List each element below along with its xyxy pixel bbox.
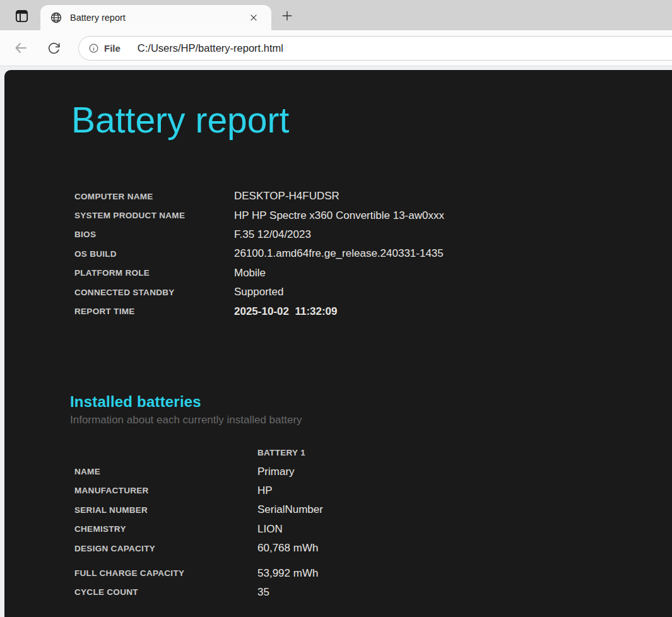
tab-title: Battery report [70,13,245,23]
row-value: Primary [257,466,323,478]
row-label: DESIGN CAPACITY [74,544,257,553]
row-value: LION [257,523,323,536]
browser-tab[interactable]: Battery report [40,5,271,30]
url-scheme-label: File [104,43,121,54]
system-info-table: COMPUTER NAME DESKTOP-H4FUDSR SYSTEM PRO… [74,187,444,321]
refresh-icon [47,42,61,55]
row-label: COMPUTER NAME [74,192,234,201]
row-label: REPORT TIME [74,307,234,316]
row-label: MANUFACTURER [74,486,257,495]
row-value: HP [257,485,323,497]
row-value: Supported [234,286,444,298]
row-label: SERIAL NUMBER [74,505,257,515]
row-value: Mobile [234,267,444,279]
installed-batteries-section: Installed batteries Information about ea… [70,393,323,602]
row-label: CHEMISTRY [74,524,257,534]
plus-icon [281,9,293,22]
row-label: NAME [74,467,257,476]
page-frame: Battery report COMPUTER NAME DESKTOP-H4F… [0,66,672,617]
tab-actions-menu-button[interactable] [9,6,34,26]
battery-column-header: BATTERY 1 [257,448,323,457]
battery-table-secondary: FULL CHARGE CAPACITY 53,992 mWh CYCLE CO… [74,563,323,602]
row-value: 53,992 mWh [257,567,323,580]
row-label: OS BUILD [74,249,234,259]
row-value: SerialNumber [257,503,323,516]
tab-strip: Battery report [0,0,672,30]
section-heading: Installed batteries [70,393,323,411]
row-value: DESKTOP-H4FUDSR [234,190,444,203]
tab-close-button[interactable] [245,9,262,26]
section-subtitle: Information about each currently install… [70,414,323,426]
row-value: 26100.1.amd64fre.ge_release.240331-1435 [234,247,444,260]
address-bar[interactable]: File C:/Users/HP/battery-report.html [78,36,672,61]
row-label: PLATFORM ROLE [74,268,234,278]
row-label: BIOS [74,230,234,239]
url-text: C:/Users/HP/battery-report.html [138,42,283,54]
info-icon [88,43,99,54]
row-label: CYCLE COUNT [74,587,257,597]
battery-report-page: Battery report COMPUTER NAME DESKTOP-H4F… [4,70,672,617]
row-value: 60,768 mWh [257,542,323,555]
new-tab-button[interactable] [278,7,297,25]
row-label: SYSTEM PRODUCT NAME [74,211,234,220]
row-label: CONNECTED STANDBY [74,288,234,297]
row-value: 2025-10-02 11:32:09 [234,305,444,318]
globe-icon [50,11,62,24]
back-button[interactable] [10,37,32,59]
row-value: 35 [257,586,323,599]
battery-table: BATTERY 1 NAME Primary MANUFACTURER HP S… [74,443,323,558]
back-arrow-icon [13,40,28,56]
row-value: HP HP Spectre x360 Convertible 13-aw0xxx [234,209,444,222]
tab-actions-icon [15,9,29,23]
refresh-button[interactable] [43,37,64,59]
browser-toolbar: File C:/Users/HP/battery-report.html [0,30,672,66]
page-title: Battery report [71,99,289,141]
row-label: FULL CHARGE CAPACITY [74,568,257,578]
row-value: F.35 12/04/2023 [234,228,444,241]
